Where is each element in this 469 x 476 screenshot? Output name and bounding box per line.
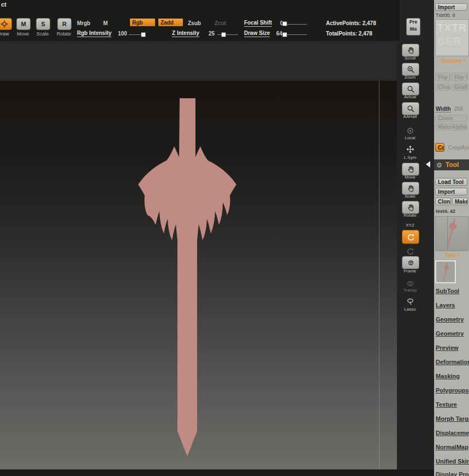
tool-dropdown[interactable]: Tool [445,252,461,258]
nav-scale-button[interactable] [402,182,419,195]
make-alpha-button[interactable]: MakeAlpha [435,123,467,130]
zsub-button[interactable]: Zsub [188,20,201,26]
frame-button[interactable] [402,256,419,269]
symmetry-arrows-icon [406,145,414,153]
subpalette-texture[interactable]: Texture [436,401,469,408]
hand-icon [407,204,415,212]
texture-clone-button[interactable]: Clone [435,115,467,122]
zcut-button[interactable]: Zcut [215,20,226,26]
local-button[interactable] [402,124,418,136]
z-intensity-slider[interactable] [217,34,238,35]
rotate-tool-button[interactable]: R [57,18,72,30]
draw-tool-label: Draw [0,31,11,37]
draw-size-handle[interactable] [282,32,287,37]
lsym-button[interactable] [402,143,418,155]
actual-button[interactable] [402,82,419,96]
document-tray [0,41,397,81]
nav-scale-label: Scale [400,194,420,199]
hand-scroll-icon [407,46,415,55]
z-intensity-value: 25 [209,31,215,37]
subpalette-layers[interactable]: Layers [436,302,469,308]
focal-shift-label: Focal Shift [244,20,272,27]
aahalf-button[interactable] [402,102,419,115]
z-intensity-handle[interactable] [221,32,226,37]
load-tool-button[interactable]: Load Tool [435,178,467,186]
rotate-mode-active-button[interactable] [402,230,419,244]
scale-icon: S [41,21,45,27]
subpalette-normalmap[interactable]: NormalMap [436,444,469,450]
transparency-icon [406,279,414,288]
tool-palette-header[interactable]: Tool [434,159,469,170]
rotate-icon: R [62,21,67,27]
tool-import-button[interactable]: Import [435,188,467,195]
corner-palette-line2: Ma [407,26,420,33]
subpalette-morph-target[interactable]: Morph Target [436,415,469,422]
clear-button[interactable]: Clear [435,84,450,91]
magnifier-icon [407,85,415,93]
magnifier-icon [407,105,415,113]
flip-h-button[interactable]: Flip H [435,73,450,81]
move-icon: M [21,21,26,27]
texture-preview[interactable]: TXTR GER [435,19,469,56]
crop-and-fill-button[interactable]: CropAndFill [446,144,469,151]
xyz-button[interactable]: XYZ [400,223,420,228]
scale-tool-button[interactable]: S [36,18,50,30]
zadd-button[interactable]: Zadd [158,18,183,27]
flip-v-button[interactable]: Flip V [452,73,468,81]
mrgb-button[interactable]: Mrgb [77,20,90,26]
subpalette-deformation[interactable]: Deformation [436,359,469,365]
tool-preview-thumbnail[interactable] [435,216,468,251]
frame-label: Frame [400,269,420,273]
make-polymesh-button[interactable]: MakePolyMesh3D [452,198,468,205]
subpalette-geometry[interactable]: Geometry [436,316,469,323]
scale-tool-label: Scale [32,31,54,37]
subpalette-subtool[interactable]: SubTool [436,288,469,294]
rgb-intensity-value: 100 [118,31,127,37]
lsym-label: L.Sym [400,155,420,160]
draw-tool-button[interactable] [0,18,12,30]
subpalette-preview[interactable]: Preview [436,344,469,351]
lasso-button[interactable] [402,295,418,307]
tool-clone-button[interactable]: Clone [435,198,451,205]
texture-dropdown[interactable]: Texture [441,57,467,64]
scroll-label: Scroll [400,56,420,61]
move-tool-button[interactable]: M [16,18,31,30]
nav-rotate-button[interactable] [402,201,419,214]
nav-move-button[interactable] [402,163,419,176]
draw-size-slider[interactable] [284,34,307,35]
lasso-icon [406,297,414,306]
draw-icon [1,20,8,28]
active-tool-sword [436,261,455,282]
sword-model [0,81,397,471]
focal-shift-slider[interactable] [284,24,307,25]
texture-watermark-line1: TXTR [436,20,468,33]
tool-name: test4. 42 [436,209,455,214]
focal-shift-handle[interactable] [282,21,287,26]
menu-fragment[interactable]: ct [1,1,7,8]
scroll-button[interactable] [402,44,419,57]
rgb-intensity-handle[interactable] [141,32,146,37]
texture-import-button[interactable]: Import [435,3,467,11]
subpalette-displacement[interactable]: Displacement [436,430,469,436]
panel-collapse-arrow[interactable] [426,161,430,168]
viewport-canvas[interactable] [0,81,397,471]
active-tool-slot[interactable] [435,260,456,283]
transp-label: Transp [400,288,420,293]
rgb-button[interactable]: Rgb [129,18,156,27]
grad-button[interactable]: Grad [452,84,468,91]
cube-icon [407,259,415,267]
subpalette-unified-skin[interactable]: Unified Skin [436,458,469,465]
subpalette-display-properties[interactable]: Display Properties [436,471,469,476]
width-slider-label[interactable]: Width [436,106,451,112]
cd-button[interactable]: Cd [435,143,444,152]
subpalette-polygroups[interactable]: Polygroups [436,387,469,394]
subpalette-geometry-hd[interactable]: Geometry [436,330,469,337]
hand-icon [407,185,415,193]
tool-palette-icon [436,162,442,168]
m-button[interactable]: M [103,20,108,26]
right-panel: Import Txtr00. 0 TXTR GER Texture Flip H… [434,0,469,476]
rotate-mode-dim-button[interactable] [402,245,418,257]
subpalette-masking[interactable]: Masking [436,373,469,379]
zoom-button[interactable] [402,63,419,76]
corner-palette-button[interactable]: Pre Ma [406,18,420,35]
